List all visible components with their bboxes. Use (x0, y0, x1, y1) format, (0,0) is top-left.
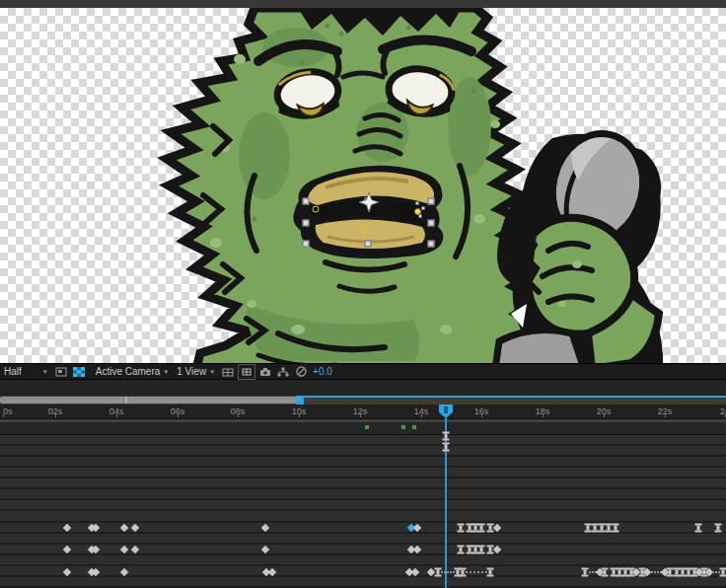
transparency-grid-icon[interactable] (71, 365, 87, 379)
camera-view-value: Active Camera (96, 366, 161, 377)
ruler-tick (299, 414, 300, 417)
ruler-tick (360, 414, 361, 417)
ruler-tick (178, 414, 179, 417)
property-row[interactable] (0, 534, 726, 545)
selection-handle[interactable] (428, 198, 435, 205)
camera-view-dropdown[interactable]: Active Camera ▼ (92, 364, 174, 379)
view-layout-dropdown[interactable]: 1 View ▼ (173, 364, 219, 379)
creature-artwork (0, 8, 726, 363)
anchor-point-icon[interactable] (410, 203, 426, 219)
grid-guides-icon[interactable] (220, 365, 236, 379)
exposure-icon[interactable] (293, 365, 309, 379)
frame-marker (365, 425, 369, 429)
chevron-down-icon: ▼ (42, 369, 48, 375)
frame-marker (412, 425, 416, 429)
ruler-tick (604, 414, 605, 417)
region-of-interest-icon[interactable] (53, 365, 69, 379)
snapshot-camera-icon[interactable] (257, 365, 273, 379)
path-vertex[interactable] (313, 206, 320, 213)
property-row[interactable] (0, 545, 726, 555)
navigator-handle[interactable] (296, 396, 304, 404)
ruler-tick (665, 414, 666, 417)
frame-marker (401, 425, 405, 429)
ruler-tick (543, 414, 544, 417)
mask-visibility-icon[interactable] (238, 364, 255, 380)
flowchart-icon[interactable] (275, 365, 291, 379)
property-row[interactable] (0, 511, 726, 522)
composition-toolbar: Half ▼ Active Camera ▼ 1 View ▼ (0, 363, 726, 380)
time-navigator[interactable] (0, 396, 726, 404)
chevron-down-icon: ▼ (209, 369, 215, 375)
property-row[interactable] (0, 478, 726, 489)
selection-handle[interactable] (303, 241, 310, 248)
frame-marker-strip (0, 422, 726, 435)
chevron-down-icon: ▼ (163, 369, 169, 375)
anchor-star-icon[interactable] (358, 191, 380, 213)
path-vertex[interactable] (360, 226, 367, 233)
ruler-label: 0s (3, 406, 13, 416)
property-row[interactable] (0, 500, 726, 511)
selection-handle[interactable] (428, 220, 435, 227)
property-row[interactable] (0, 523, 726, 534)
property-row[interactable] (0, 468, 726, 478)
ruler-tick (481, 414, 482, 417)
selection-handle[interactable] (303, 198, 310, 205)
timeline-header-gap (0, 380, 726, 396)
property-row[interactable] (0, 577, 726, 588)
navigator-marker (125, 397, 127, 404)
property-row[interactable] (0, 555, 726, 566)
playhead-line (445, 418, 447, 588)
composition-viewport[interactable] (0, 8, 726, 363)
ruler-tick (55, 414, 56, 417)
ruler-tick (421, 414, 422, 417)
magnification-dropdown[interactable]: Half ▼ (0, 364, 52, 379)
property-row[interactable] (0, 457, 726, 468)
navigator-thumb[interactable] (0, 397, 299, 404)
magnification-value: Half (4, 366, 22, 377)
exposure-value[interactable]: +0.0 (310, 366, 332, 377)
property-row[interactable] (0, 566, 726, 577)
selection-handle[interactable] (303, 220, 310, 227)
ruler-tick (116, 414, 117, 417)
telephone-handset (495, 124, 672, 363)
property-row[interactable] (0, 489, 726, 500)
after-effects-window: Half ▼ Active Camera ▼ 1 View ▼ (0, 0, 726, 588)
view-layout-value: 1 View (177, 366, 206, 377)
timeline-rows[interactable] (0, 435, 726, 588)
ruler-tick (3, 414, 4, 417)
property-row[interactable] (0, 446, 726, 457)
navigator-topline (304, 396, 726, 398)
time-ruler[interactable]: 0s02s04s06s08s10s12s14s16s18s20s22s24 (0, 404, 726, 419)
ruler-tick (238, 414, 239, 417)
selection-handle[interactable] (428, 241, 435, 248)
selection-handle[interactable] (365, 241, 372, 248)
property-row[interactable] (0, 435, 726, 446)
